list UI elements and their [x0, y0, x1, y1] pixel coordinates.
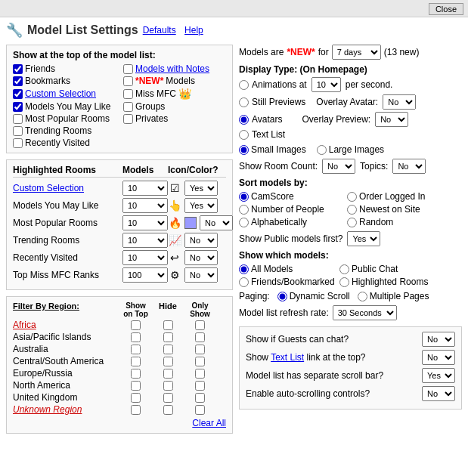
defaults-link[interactable]: Defaults — [143, 25, 176, 36]
unknown-hide[interactable] — [163, 405, 173, 415]
australia-show[interactable] — [131, 345, 141, 354]
asia-only[interactable] — [195, 332, 205, 342]
australia-only[interactable] — [195, 345, 205, 354]
radio-large-images[interactable] — [317, 145, 327, 155]
paging-multiple-label[interactable]: Multiple Pages — [358, 291, 429, 301]
africa-hide[interactable] — [163, 320, 173, 330]
highlighted-miss-mfc-models[interactable]: 100102550 — [122, 267, 168, 283]
radio-order[interactable] — [347, 192, 357, 202]
help-link[interactable]: Help — [184, 25, 203, 36]
radio-all-models[interactable] — [239, 264, 249, 274]
sort-newest-label[interactable]: Newest on Site — [347, 204, 462, 215]
cb-custom-label[interactable]: Custom Selection — [13, 88, 116, 100]
highlighted-recently-yesno[interactable]: NoYes — [184, 250, 218, 265]
which-public-label[interactable]: Public Chat — [339, 264, 462, 274]
north-only[interactable] — [195, 381, 205, 391]
which-all-label[interactable]: All Models — [239, 264, 337, 274]
europe-show[interactable] — [131, 369, 141, 379]
show-room-count-select[interactable]: NoYes — [322, 159, 355, 174]
cb-miss-mfc-label[interactable]: Miss MFC 👑 — [123, 88, 226, 100]
cb-models-notes[interactable] — [123, 64, 133, 74]
sort-alpha-label[interactable]: Alphabetically — [239, 217, 345, 227]
radio-avatars[interactable] — [239, 115, 249, 125]
sort-order-label[interactable]: Order Logged In — [347, 191, 462, 202]
radio-alpha[interactable] — [239, 218, 249, 227]
cb-friends-label[interactable]: Friends — [13, 63, 116, 74]
central-only[interactable] — [195, 357, 205, 366]
radio-public-chat[interactable] — [339, 264, 349, 274]
overlay-avatar-select[interactable]: NoYes — [383, 94, 416, 110]
cb-new-models[interactable] — [123, 76, 133, 86]
close-button[interactable]: Close — [429, 3, 463, 15]
new-days-select[interactable]: 7 days1 day3 days14 days30 days — [332, 45, 381, 60]
small-images-label[interactable]: Small Images — [239, 144, 306, 155]
highlighted-custom-models[interactable]: 102550 — [122, 181, 168, 196]
cb-may-like-label[interactable]: Models You May Like — [13, 101, 116, 112]
sort-number-label[interactable]: Number of People — [239, 204, 345, 215]
cb-may-like[interactable] — [13, 102, 23, 112]
cb-models-notes-label[interactable]: Models with Notes — [123, 63, 226, 74]
radio-camscore[interactable] — [239, 192, 249, 202]
region-unknown[interactable]: Unknown Region — [13, 404, 119, 415]
text-list-link[interactable]: Text List — [271, 352, 304, 363]
radio-newest[interactable] — [347, 205, 357, 215]
cb-privates-label[interactable]: Privates — [123, 113, 226, 124]
uk-hide[interactable] — [163, 393, 173, 403]
cb-custom[interactable] — [13, 89, 23, 99]
which-friends-label[interactable]: Friends/Bookmarked — [239, 277, 337, 287]
cb-popular-label[interactable]: Most Popular Rooms — [13, 113, 116, 124]
animations-label[interactable]: Animations at — [239, 79, 307, 90]
radio-random[interactable] — [347, 218, 357, 227]
unknown-show[interactable] — [131, 405, 141, 415]
cb-recently[interactable] — [13, 138, 23, 148]
radio-textlist[interactable] — [239, 130, 249, 140]
radio-highlighted-rooms[interactable] — [339, 277, 349, 287]
uk-show[interactable] — [131, 393, 141, 403]
highlighted-custom-label[interactable]: Custom Selection — [13, 183, 122, 193]
refresh-rate-select[interactable]: 30 Seconds15 Seconds60 SecondsNever — [333, 305, 397, 320]
color-swatch[interactable] — [184, 217, 197, 229]
north-hide[interactable] — [163, 381, 173, 391]
highlighted-popular-yesno[interactable]: NoYes — [200, 215, 233, 230]
autoscroll-select[interactable]: NoYes — [422, 386, 455, 401]
australia-hide[interactable] — [163, 345, 173, 354]
cb-recently-label[interactable]: Recently Visited — [13, 138, 116, 148]
radio-number[interactable] — [239, 205, 249, 215]
textlist-select[interactable]: NoYes — [422, 350, 455, 365]
topics-select[interactable]: NoYes — [392, 159, 426, 174]
radio-multiple-pages[interactable] — [358, 292, 367, 301]
cb-miss-mfc[interactable] — [123, 89, 133, 99]
guests-select[interactable]: NoYes — [422, 332, 455, 347]
avatars-label[interactable]: Avatars — [239, 114, 282, 125]
asia-hide[interactable] — [163, 332, 173, 342]
africa-only[interactable] — [195, 320, 205, 330]
radio-dynamic-scroll[interactable] — [277, 292, 287, 301]
africa-show[interactable] — [131, 320, 141, 330]
clear-all-link[interactable]: Clear All — [13, 418, 226, 428]
cb-trending[interactable] — [13, 126, 23, 136]
central-hide[interactable] — [163, 357, 173, 366]
uk-only[interactable] — [195, 393, 205, 403]
cb-trending-label[interactable]: Trending Rooms — [13, 125, 116, 136]
highlighted-trending-models[interactable]: 102550 — [122, 233, 168, 248]
paging-dynamic-label[interactable]: Dynamic Scroll — [277, 291, 350, 301]
north-show[interactable] — [131, 381, 141, 391]
central-show[interactable] — [131, 357, 141, 366]
cb-groups[interactable] — [123, 102, 133, 112]
textlist-label[interactable]: Text List — [239, 129, 285, 140]
sort-random-label[interactable]: Random — [347, 217, 462, 227]
cb-bookmarks-label[interactable]: Bookmarks — [13, 76, 116, 86]
unknown-only[interactable] — [195, 405, 205, 415]
radio-small-images[interactable] — [239, 145, 249, 155]
which-highlighted-label[interactable]: Highlighted Rooms — [339, 277, 462, 287]
highlighted-popular-models[interactable]: 102550 — [122, 215, 168, 230]
animations-value[interactable]: 1051520 — [311, 77, 341, 92]
highlighted-may-like-models[interactable]: 102550 — [122, 198, 168, 213]
asia-show[interactable] — [131, 332, 141, 342]
cb-new-models-label[interactable]: *NEW* Models — [123, 76, 226, 86]
sort-camscore-label[interactable]: CamScore — [239, 191, 345, 202]
highlighted-miss-mfc-yesno[interactable]: NoYes — [184, 267, 218, 283]
cb-friends[interactable] — [13, 64, 23, 74]
scrollbar-select[interactable]: YesNo — [422, 368, 455, 383]
radio-friends-bookmarked[interactable] — [239, 277, 249, 287]
